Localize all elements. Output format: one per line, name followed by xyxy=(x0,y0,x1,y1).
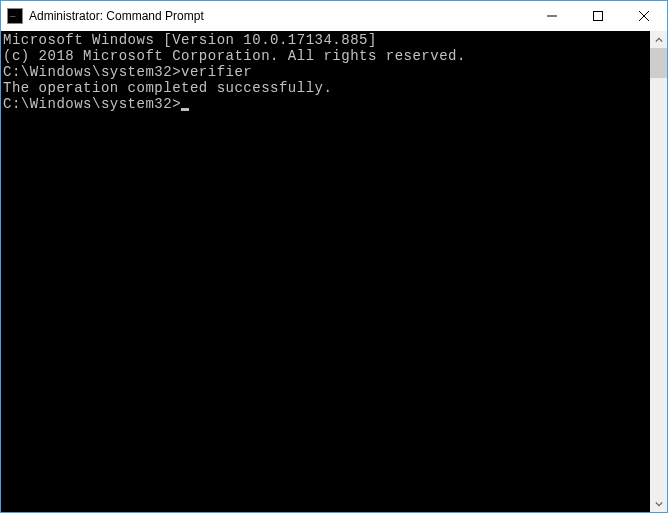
prompt-line-1: C:\Windows\system32>verifier xyxy=(3,64,648,80)
cmd-icon xyxy=(7,8,23,24)
content-area: Microsoft Windows [Version 10.0.17134.88… xyxy=(1,31,667,512)
titlebar[interactable]: Administrator: Command Prompt xyxy=(1,1,667,31)
command-input: verifier xyxy=(181,64,252,80)
window-controls xyxy=(529,1,667,31)
scroll-down-button[interactable] xyxy=(650,495,667,512)
chevron-down-icon xyxy=(655,500,663,508)
close-icon xyxy=(639,11,649,21)
maximize-button[interactable] xyxy=(575,1,621,31)
vertical-scrollbar[interactable] xyxy=(650,31,667,512)
window-title: Administrator: Command Prompt xyxy=(29,9,529,23)
minimize-button[interactable] xyxy=(529,1,575,31)
cursor xyxy=(181,108,189,111)
prompt-line-2: C:\Windows\system32> xyxy=(3,96,648,112)
scroll-thumb[interactable] xyxy=(650,48,667,78)
scroll-track[interactable] xyxy=(650,48,667,495)
maximize-icon xyxy=(593,11,603,21)
terminal-output[interactable]: Microsoft Windows [Version 10.0.17134.88… xyxy=(1,31,650,512)
copyright-line: (c) 2018 Microsoft Corporation. All righ… xyxy=(3,48,648,64)
command-prompt-window: Administrator: Command Prompt Microsoft … xyxy=(0,0,668,513)
version-line: Microsoft Windows [Version 10.0.17134.88… xyxy=(3,32,648,48)
minimize-icon xyxy=(547,11,557,21)
svg-rect-1 xyxy=(594,12,603,21)
chevron-up-icon xyxy=(655,36,663,44)
prompt-path: C:\Windows\system32> xyxy=(3,96,181,112)
close-button[interactable] xyxy=(621,1,667,31)
prompt-path: C:\Windows\system32> xyxy=(3,64,181,80)
scroll-up-button[interactable] xyxy=(650,31,667,48)
result-line: The operation completed successfully. xyxy=(3,80,648,96)
